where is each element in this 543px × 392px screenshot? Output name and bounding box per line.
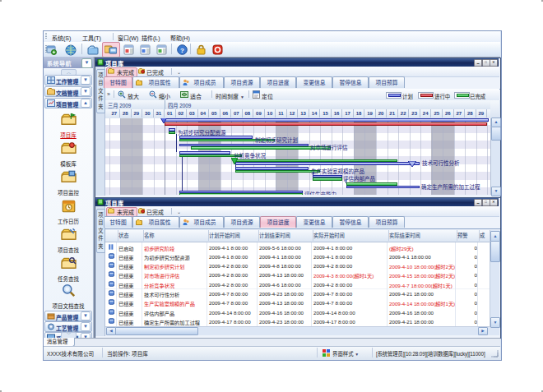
svg-text:?: ? xyxy=(180,47,184,54)
